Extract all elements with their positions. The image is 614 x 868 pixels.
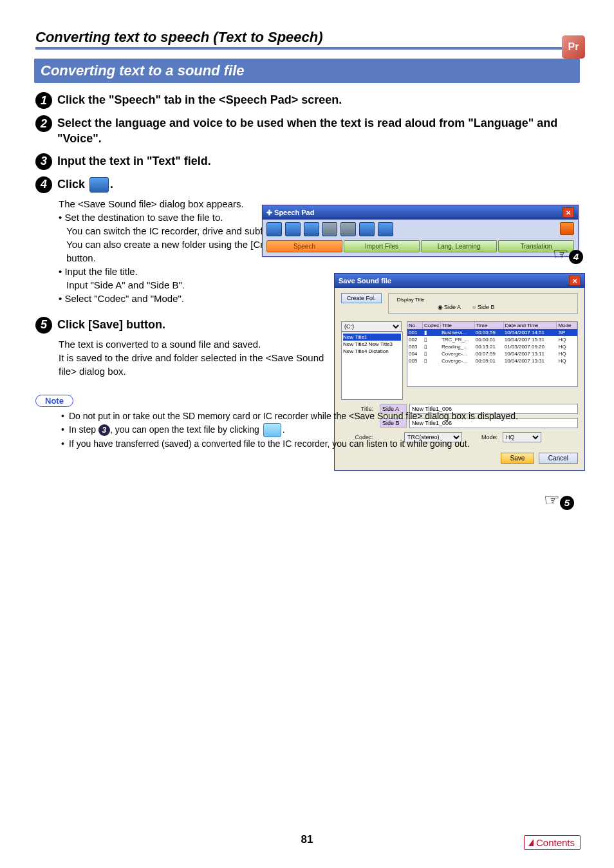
note-list: Do not put in or take out the SD memory … — [35, 410, 579, 451]
contents-button[interactable]: Contents — [524, 835, 581, 850]
step-4: 4 Click . — [35, 176, 579, 193]
bullet-dest: Set the destination to save the file to. — [64, 212, 223, 223]
tree-item-3[interactable]: New Title3 — [369, 341, 393, 347]
step-5-text: Click [Save] button. — [57, 317, 165, 332]
toolbar-open-icon[interactable] — [285, 222, 301, 236]
note-3: If you have transferred (saved) a conver… — [61, 437, 579, 451]
bullet-codec: Select "Codec" and "Mode". — [64, 293, 184, 304]
dialog-title: Save Sound file — [339, 277, 391, 285]
cancel-button[interactable]: Cancel — [539, 453, 578, 464]
step-1-number: 1 — [35, 92, 52, 109]
tree-item-2[interactable]: New Title2 — [343, 341, 367, 347]
hdr-codec: Codec — [423, 322, 441, 329]
step-3: 3 Input the text in "Text" field. — [35, 153, 579, 170]
step-1-text: Click the "Speech" tab in the <Speech Pa… — [57, 92, 342, 108]
speech-pad-toolbar — [263, 220, 578, 240]
display-title-fieldset: Display Title ◉ Side A ○ Side B — [388, 293, 578, 314]
step-2: 2 Select the language and voice to be us… — [35, 115, 579, 147]
hand-icon: ☜ — [544, 489, 560, 511]
step-3-number: 3 — [35, 153, 52, 170]
toolbar-extra-icon[interactable] — [378, 222, 393, 236]
note-label: Note — [35, 395, 73, 407]
step-4-number: 4 — [35, 176, 52, 193]
toolbar-cut-icon[interactable] — [322, 222, 337, 236]
tab-lang-learning[interactable]: Lang. Learning — [421, 240, 497, 252]
speech-pad-title: Speech Pad — [274, 209, 314, 216]
step-5-body-1: The text is converted to a sound file an… — [59, 337, 306, 351]
step-4-text: Click . — [57, 176, 113, 193]
open-file-icon — [263, 423, 281, 437]
triangle-icon — [528, 839, 534, 846]
speech-pad-titlebar: ✚ Speech Pad ✕ — [263, 205, 578, 220]
callout-5: ☜5 — [544, 489, 579, 511]
speech-pad-window: ✚ Speech Pad ✕ Speech Import Files Lang.… — [262, 205, 579, 257]
radio-side-a[interactable]: ◉ Side A — [438, 304, 461, 310]
step-3-text: Input the text in "Text" field. — [57, 153, 211, 169]
grid-header: No. Codec Title Time Date and Time Mode — [407, 322, 577, 329]
step-4-suffix: . — [110, 178, 113, 191]
step-5: 5 Click [Save] button. — [35, 317, 306, 334]
toolbar-help-icon[interactable] — [560, 222, 574, 235]
dialog-titlebar: Save Sound file ✕ — [335, 274, 584, 288]
step-2-number: 2 — [35, 115, 52, 132]
section-badge-text: Pr — [568, 41, 579, 53]
step-5-number: 5 — [35, 317, 52, 334]
drive-select[interactable]: (C:) — [341, 321, 402, 332]
dialog-close-icon[interactable]: ✕ — [569, 276, 581, 286]
close-icon[interactable]: ✕ — [563, 207, 574, 218]
hdr-title: Title — [441, 322, 475, 329]
grid-row[interactable]: 003▯Reading_...00:13:2101/03/2007 09:20H… — [407, 343, 577, 350]
section-subtitle: Converting text to a sound file — [34, 59, 580, 83]
grid-row[interactable]: 005▯Coverge-...00:05:0110/04/2007 13:31H… — [407, 357, 577, 364]
step-2-text: Select the language and voice to be used… — [57, 115, 579, 147]
save-button[interactable]: Save — [501, 453, 535, 464]
radio-side-b-label: Side B — [478, 304, 495, 310]
note-1: Do not put in or take out the SD memory … — [61, 410, 579, 423]
callout-4: ☜4 — [553, 243, 588, 265]
bullet-title-2: Input "Side A" and "Side B". — [66, 278, 306, 292]
toolbar-savesound-icon[interactable] — [304, 222, 319, 236]
file-grid[interactable]: No. Codec Title Time Date and Time Mode … — [407, 321, 578, 387]
toolbar-copy-icon[interactable] — [340, 222, 356, 236]
hand-icon: ☜ — [553, 243, 569, 265]
speech-pad-tabs: Speech Import Files Lang. Learning Trans… — [263, 240, 578, 256]
note-2: In step 3, you can open the text file by… — [61, 423, 579, 437]
display-title-legend: Display Title — [395, 297, 427, 303]
page-number: 81 — [0, 833, 614, 846]
page-title: Converting text to speech (Text to Speec… — [35, 29, 579, 50]
radio-side-a-label: Side A — [444, 304, 461, 310]
folder-tree[interactable]: New Title1 New Title2 New Title3 New Tit… — [341, 332, 403, 400]
step-1: 1 Click the "Speech" tab in the <Speech … — [35, 92, 579, 109]
radio-side-b[interactable]: ○ Side B — [472, 304, 494, 310]
grid-row[interactable]: 002▯TRC_FR_...00:00:0110/04/2007 15:31HQ — [407, 336, 577, 343]
create-folder-button[interactable]: Create Fol. — [341, 293, 382, 303]
tree-item-1[interactable]: New Title1 — [343, 334, 401, 341]
step-5-body-2: It is saved to the drive and folder sele… — [59, 351, 335, 378]
save-sound-icon — [89, 177, 109, 193]
hdr-time: Time — [475, 322, 504, 329]
hdr-no: No. — [407, 322, 423, 329]
inline-step-3: 3 — [98, 424, 110, 436]
tab-import-files[interactable]: Import Files — [344, 240, 420, 252]
tab-speech[interactable]: Speech — [266, 240, 342, 252]
grid-row[interactable]: 004▯Coverge-...00:07:5910/04/2007 13:11H… — [407, 350, 577, 357]
grid-row[interactable]: 001▮Business...00:00:5910/04/2007 14:51S… — [407, 329, 577, 336]
toolbar-paste-icon[interactable] — [359, 222, 375, 236]
hdr-mode: Mode — [557, 322, 577, 329]
tree-item-5[interactable]: Dictation — [369, 348, 389, 354]
step-4-prefix: Click — [57, 178, 88, 191]
section-badge: Pr — [562, 35, 585, 59]
bullet-title: Input the file title. — [64, 266, 137, 277]
tree-item-4[interactable]: New Title4 — [343, 348, 367, 354]
speech-pad-icon: ✚ — [266, 209, 274, 216]
toolbar-new-icon[interactable] — [266, 222, 282, 236]
hdr-date: Date and Time — [504, 322, 557, 329]
contents-label: Contents — [536, 837, 575, 848]
